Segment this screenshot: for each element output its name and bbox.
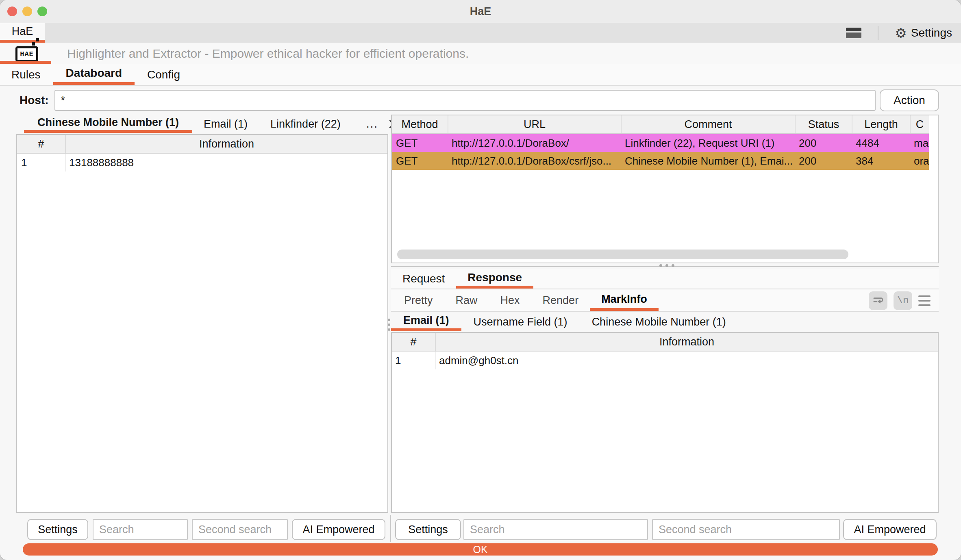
newline-icon: \n (897, 295, 909, 306)
right-second-search-input[interactable] (652, 519, 840, 540)
cell-comment: Chinese Mobile Number (1), Emai... (622, 152, 796, 170)
vertical-splitter-handle-icon[interactable] (388, 319, 390, 331)
tab-response[interactable]: Response (456, 269, 533, 289)
cell-length: 4484 (852, 134, 911, 152)
request-row-orange[interactable]: GET http://127.0.0.1/DoraBox/csrf/jso...… (392, 152, 929, 170)
gear-icon: ⚙ (895, 26, 907, 40)
window-title: HaE (0, 0, 961, 23)
tab-email[interactable]: Email (1) (192, 115, 259, 133)
tab-render[interactable]: Render (531, 290, 590, 311)
cell-method: GET (392, 152, 448, 170)
panel-footers: Settings AI Empowered Settings AI Empowe… (0, 519, 961, 541)
divider (878, 26, 878, 40)
table-row[interactable]: 1 admin@gh0st.cn (392, 352, 938, 369)
tab-pretty[interactable]: Pretty (391, 290, 444, 311)
tab-databoard[interactable]: Databoard (53, 64, 135, 85)
requests-table: Method URL Comment Status Length C GET h… (391, 115, 939, 263)
left-second-search-input[interactable] (192, 519, 288, 540)
left-results-table: # Information 1 13188888888 (16, 134, 388, 513)
tab-overflow-ellipsis[interactable]: ... (366, 117, 378, 130)
right-settings-button[interactable]: Settings (395, 519, 461, 540)
host-row: Host: Action (0, 87, 961, 114)
request-row-magenta[interactable]: GET http://127.0.0.1/DoraBox/ Linkfinder… (392, 134, 929, 152)
column-header-comment[interactable]: Comment (622, 115, 796, 133)
extension-tab-strip: HaE ⚙ Settings (0, 23, 961, 43)
show-newlines-toggle-button[interactable]: \n (894, 291, 912, 310)
word-wrap-icon (872, 295, 884, 307)
tab-hex[interactable]: Hex (489, 290, 531, 311)
settings-label: Settings (911, 26, 952, 39)
cell-status: 200 (796, 152, 852, 170)
tab-request[interactable]: Request (391, 269, 456, 289)
column-header-information[interactable]: Information (66, 135, 387, 153)
column-header-method[interactable]: Method (392, 115, 448, 133)
column-header-url[interactable]: URL (448, 115, 622, 133)
horizontal-splitter-handle-icon[interactable] (659, 264, 674, 267)
markinfo-category-tabs: Email (1) Username Field (1) Chinese Mob… (391, 313, 939, 331)
status-ok-label: OK (473, 544, 487, 556)
left-ai-empowered-button[interactable]: AI Empowered (292, 519, 385, 540)
hae-window: HaE HaE ⚙ Settings HAE Highlighter and E… (0, 0, 961, 560)
nav-tabs: Rules Databoard Config (0, 64, 961, 86)
word-wrap-toggle-button[interactable] (869, 291, 887, 310)
right-search-input[interactable] (463, 519, 648, 540)
table-row[interactable]: 1 13188888888 (17, 154, 387, 171)
action-button[interactable]: Action (880, 89, 939, 111)
cell-url: http://127.0.0.1/DoraBox/ (448, 134, 622, 152)
right-ai-empowered-button[interactable]: AI Empowered (843, 519, 937, 540)
host-label: Host: (20, 94, 49, 107)
table-header: # Information (17, 135, 387, 154)
banner-active-underline (0, 61, 51, 64)
tab-username-field[interactable]: Username Field (1) (461, 313, 580, 331)
titlebar: HaE (0, 0, 961, 23)
table-header: # Information (392, 333, 938, 352)
status-bar[interactable]: OK (23, 543, 938, 556)
table-header: Method URL Comment Status Length C (392, 115, 929, 134)
markinfo-table: # Information 1 admin@gh0st.cn (391, 332, 939, 513)
horizontal-scrollbar[interactable] (397, 250, 848, 259)
column-header-information[interactable]: Information (436, 333, 938, 351)
cell-color: orar (911, 152, 929, 170)
row-information: 13188888888 (66, 154, 387, 171)
left-search-input[interactable] (93, 519, 188, 540)
tab-chinese-mobile-number-result[interactable]: Chinese Mobile Number (1) (580, 313, 738, 331)
hae-logo: HAE (15, 46, 38, 62)
tab-chinese-mobile-number[interactable]: Chinese Mobile Number (1) (24, 115, 192, 133)
hae-logo-text: HAE (20, 50, 34, 58)
cell-method: GET (392, 134, 448, 152)
logo-pixel-icon (36, 38, 39, 41)
row-index: 1 (392, 352, 436, 369)
left-settings-button[interactable]: Settings (27, 519, 88, 540)
logo-pixel-icon (32, 42, 35, 46)
row-information: admin@gh0st.cn (436, 352, 938, 369)
row-index: 1 (17, 154, 66, 171)
column-header-color[interactable]: C (911, 115, 929, 133)
settings-button[interactable]: ⚙ Settings (895, 26, 952, 40)
tab-linkfinder[interactable]: Linkfinder (22) (259, 115, 352, 133)
editor-toolbar-icons: \n (869, 290, 939, 311)
left-result-tabs: Chinese Mobile Number (1) Email (1) Link… (16, 115, 408, 133)
column-header-index[interactable]: # (392, 333, 436, 351)
editor-menu-icon[interactable] (918, 295, 931, 306)
column-header-index[interactable]: # (17, 135, 66, 153)
response-view-tabs: Pretty Raw Hex Render MarkInfo \n (391, 290, 939, 312)
tab-markinfo[interactable]: MarkInfo (590, 290, 659, 311)
tab-rules[interactable]: Rules (11, 64, 53, 85)
cell-comment: Linkfinder (22), Request URI (1) (622, 134, 796, 152)
layout-panel-icon[interactable] (846, 28, 861, 38)
cell-url: http://127.0.0.1/DoraBox/csrf/jso... (448, 152, 622, 170)
cell-length: 384 (852, 152, 911, 170)
banner-subtitle: Highlighter and Extractor - Empower ethi… (67, 43, 469, 64)
tab-email-result[interactable]: Email (1) (391, 313, 461, 331)
tab-config[interactable]: Config (135, 64, 193, 85)
host-input[interactable] (54, 90, 876, 111)
tab-raw[interactable]: Raw (444, 290, 489, 311)
ext-strip-right: ⚙ Settings (846, 23, 961, 43)
column-header-status[interactable]: Status (796, 115, 852, 133)
footer-divider (390, 515, 391, 542)
cell-status: 200 (796, 134, 852, 152)
cell-color: mag (911, 134, 929, 152)
message-editor-tabs: Request Response (391, 269, 939, 289)
column-header-length[interactable]: Length (852, 115, 911, 133)
